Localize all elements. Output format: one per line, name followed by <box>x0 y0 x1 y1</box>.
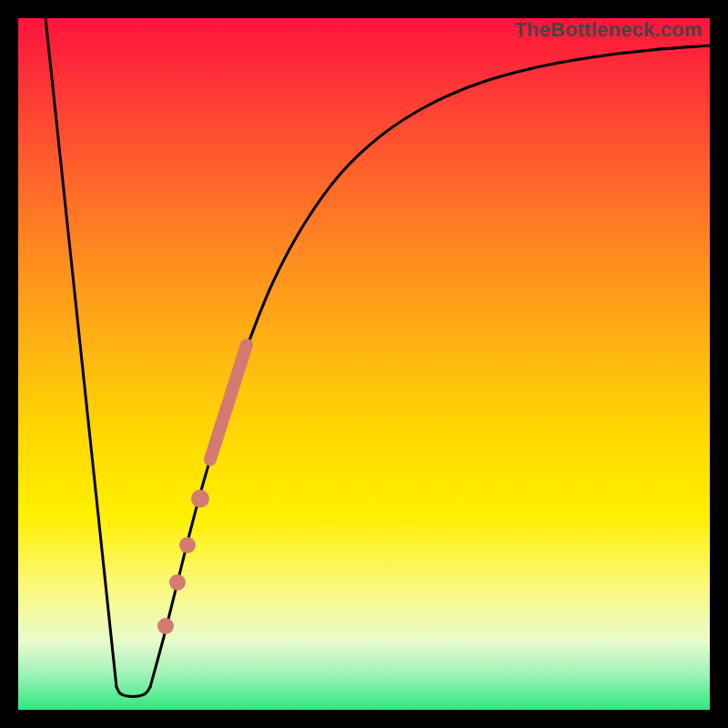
curve-layer <box>46 18 710 696</box>
dot-1 <box>157 618 174 634</box>
dot-3 <box>179 537 196 553</box>
chart-frame: TheBottleneck.com <box>0 0 728 728</box>
dot-4 <box>191 490 209 508</box>
chart-svg <box>18 18 710 710</box>
watermark-text: TheBottleneck.com <box>515 18 703 42</box>
plot-area: TheBottleneck.com <box>18 18 710 710</box>
highlight-segment <box>210 345 247 460</box>
dot-2 <box>169 574 186 591</box>
curve-left-descent <box>46 18 116 687</box>
curve-valley <box>116 687 150 696</box>
